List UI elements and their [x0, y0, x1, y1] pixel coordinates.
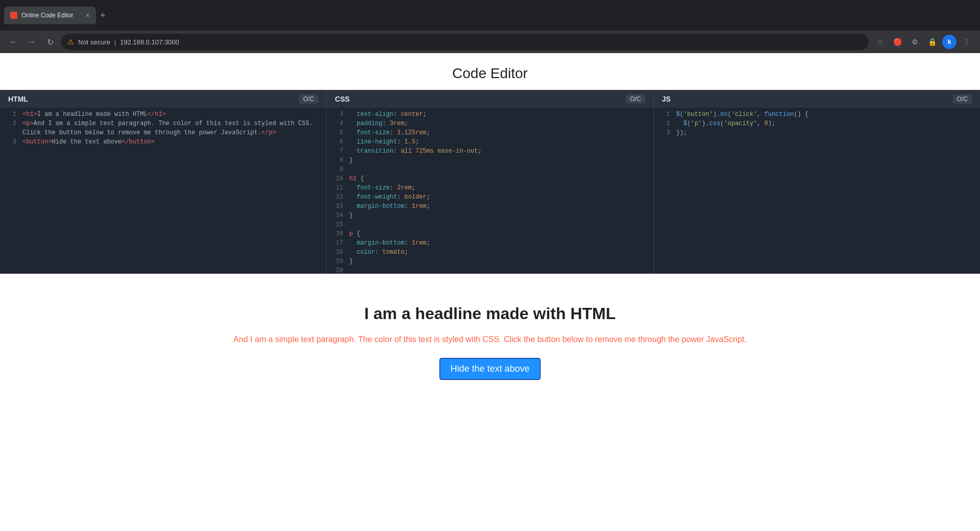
- tab-favicon: [10, 12, 17, 19]
- menu-button[interactable]: ⋮: [960, 35, 974, 49]
- preview-paragraph: And I am a simple text paragraph. The co…: [10, 333, 970, 346]
- back-button[interactable]: ←: [6, 35, 20, 49]
- avatar-icon[interactable]: k: [942, 35, 957, 49]
- url-display: 192.168.0.107:3000: [120, 38, 179, 46]
- css-oc-button[interactable]: O/C: [626, 94, 645, 104]
- code-line: 3 text-align: center;: [327, 110, 653, 119]
- new-tab-button[interactable]: +: [96, 8, 110, 23]
- code-line: 4 padding: 3rem;: [327, 119, 653, 128]
- code-line: 1 $('button').on('click', function() {: [654, 110, 980, 119]
- code-line: 12 font-weight: bolder;: [327, 192, 653, 202]
- css-panel-label: CSS: [335, 95, 350, 103]
- tab-bar: Online Code Editor × +: [4, 6, 110, 25]
- code-line: Click the button below to remove me thro…: [0, 128, 326, 137]
- js-oc-button[interactable]: O/C: [953, 94, 972, 104]
- tab-close-button[interactable]: ×: [86, 11, 90, 19]
- page-title: Code Editor: [0, 53, 980, 90]
- html-editor-body[interactable]: 1 <h1>I am a headline made with HTML</h1…: [0, 108, 326, 274]
- extension-icon-3[interactable]: 🔒: [925, 35, 939, 49]
- html-oc-button[interactable]: O/C: [299, 94, 318, 104]
- extension-icon-2[interactable]: ⚙: [908, 35, 922, 49]
- code-line: 8 }: [327, 156, 653, 165]
- code-line: 3 <button>Hide the text above</button>: [0, 137, 326, 147]
- code-line: 11 font-size: 2rem;: [327, 183, 653, 192]
- tab-title: Online Code Editor: [21, 12, 73, 19]
- extension-icon-1[interactable]: 🔴: [890, 35, 904, 49]
- code-line: 7 transition: all 725ms ease-in-out;: [327, 147, 653, 156]
- code-line: 17 margin-bottom: 1rem;: [327, 238, 653, 248]
- code-line: 18 color: tomato;: [327, 248, 653, 257]
- js-panel-label: JS: [662, 95, 671, 103]
- preview-area: I am a headline made with HTML And I am …: [0, 274, 980, 421]
- js-editor-body[interactable]: 1 $('button').on('click', function() { 2…: [654, 108, 980, 274]
- code-line: 16 p {: [327, 229, 653, 238]
- html-panel: HTML O/C 1 <h1>I am a headline made with…: [0, 90, 327, 274]
- js-panel-header: JS O/C: [654, 90, 980, 108]
- code-line: 13 margin-bottom: 1rem;: [327, 202, 653, 211]
- active-tab[interactable]: Online Code Editor ×: [4, 7, 96, 24]
- html-panel-label: HTML: [8, 95, 28, 103]
- browser-toolbar: ← → ↻ ⚠ Not secure | 192.168.0.107:3000 …: [0, 31, 980, 53]
- code-line: 1 <h1>I am a headline made with HTML</h1…: [0, 110, 326, 119]
- url-separator: |: [114, 38, 116, 46]
- code-line: 5 font-size: 1.125rem;: [327, 128, 653, 137]
- code-line: 15: [327, 220, 653, 229]
- browser-chrome: Online Code Editor × +: [0, 0, 980, 31]
- preview-heading: I am a headline made with HTML: [10, 304, 970, 323]
- forward-button[interactable]: →: [24, 35, 39, 49]
- code-line: 14 }: [327, 211, 653, 220]
- code-line: 2 $('p').css('opacity', 0);: [654, 119, 980, 128]
- security-warning-icon: ⚠: [67, 38, 74, 46]
- star-button[interactable]: ☆: [873, 35, 887, 49]
- css-panel: CSS O/C 3 text-align: center; 4 padding:…: [327, 90, 653, 274]
- toolbar-icons: ☆ 🔴 ⚙ 🔒 k ⋮: [873, 35, 974, 49]
- code-line: 6 line-height: 1.5;: [327, 137, 653, 147]
- html-panel-header: HTML O/C: [0, 90, 326, 108]
- code-line: 20: [327, 266, 653, 274]
- hide-text-button[interactable]: Hide the text above: [439, 358, 540, 380]
- address-bar[interactable]: ⚠ Not secure | 192.168.0.107:3000: [61, 34, 869, 50]
- code-line: 2 <p>And I am a simple text paragraph. T…: [0, 119, 326, 128]
- css-editor-body[interactable]: 3 text-align: center; 4 padding: 3rem; 5…: [327, 108, 653, 274]
- code-line: 19 }: [327, 257, 653, 266]
- editor-area: HTML O/C 1 <h1>I am a headline made with…: [0, 90, 980, 274]
- css-panel-header: CSS O/C: [327, 90, 653, 108]
- code-line: 3 });: [654, 128, 980, 137]
- security-label: Not secure: [78, 38, 110, 46]
- refresh-button[interactable]: ↻: [43, 35, 57, 49]
- code-line: 9: [327, 165, 653, 174]
- code-line: 10 h1 {: [327, 174, 653, 183]
- page-content: Code Editor HTML O/C 1 <h1>I am a headli…: [0, 53, 980, 421]
- js-panel: JS O/C 1 $('button').on('click', functio…: [654, 90, 980, 274]
